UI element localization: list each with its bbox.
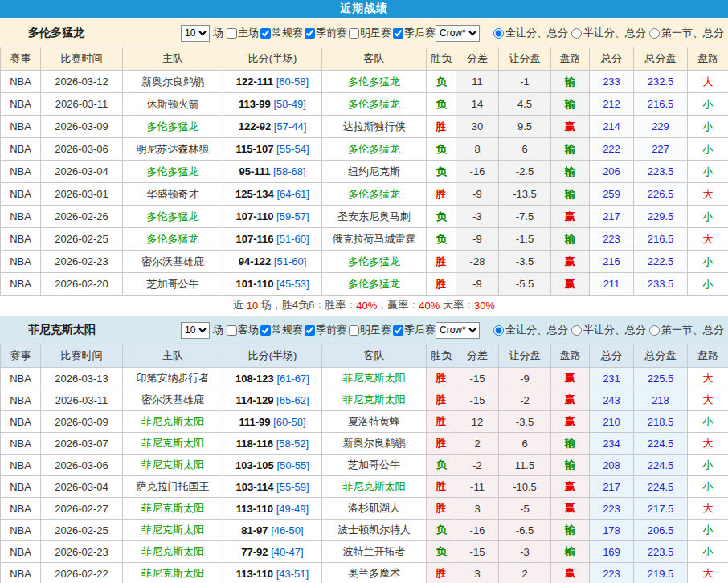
- games-count-select[interactable]: 10: [181, 322, 210, 339]
- checkbox-input[interactable]: [227, 28, 237, 39]
- cell-over-under: 小: [688, 138, 728, 161]
- games-count-select[interactable]: 10: [181, 25, 210, 42]
- filter-checkbox[interactable]: 客场: [225, 323, 259, 337]
- cell-win-lose: 胜: [427, 433, 456, 455]
- filter-checkbox[interactable]: 季前赛: [303, 323, 347, 337]
- cell-score: 95-111 [58-68]: [223, 161, 322, 183]
- cell-league: NBA: [1, 411, 41, 433]
- cell-handicap-line: -13.5: [499, 183, 551, 206]
- cell-win-lose: 负: [427, 520, 456, 541]
- cell-total-line: 219.5: [634, 563, 688, 583]
- filter-checkbox[interactable]: 季前赛: [303, 26, 347, 40]
- filter-checkbox[interactable]: 主场: [225, 26, 259, 40]
- checkbox-input[interactable]: [305, 28, 315, 39]
- radio-input[interactable]: [571, 325, 582, 336]
- radio-label: 全让分、总分: [505, 26, 568, 40]
- stat-mode-radio[interactable]: 半让分、总分: [571, 323, 646, 337]
- score-fulltime: 114-129: [235, 394, 273, 406]
- page-title: 近期战绩: [340, 2, 388, 16]
- column-header: 客队: [322, 47, 427, 71]
- cell-point-diff: -28: [456, 251, 499, 273]
- filter-checkbox[interactable]: 季后赛: [391, 323, 436, 337]
- cell-total-points: 216: [590, 251, 634, 273]
- cell-league: NBA: [1, 541, 41, 563]
- checkbox-input[interactable]: [393, 325, 403, 336]
- filter-checkbox[interactable]: 季后赛: [391, 26, 436, 40]
- score-fulltime: 122-92: [239, 120, 271, 132]
- cell-handicap-line: -9: [499, 368, 551, 389]
- table-row: NBA 2026-02-22 菲尼克斯太阳 113-110 [43-51] 奥兰…: [1, 563, 728, 583]
- cell-handicap-line: 6: [499, 433, 551, 455]
- cell-total-points: 178: [590, 520, 634, 541]
- cell-home-team: 多伦多猛龙: [123, 116, 223, 138]
- cell-win-lose: 负: [427, 228, 456, 251]
- column-header: 分差: [456, 47, 499, 71]
- cell-date: 2026-02-25: [41, 228, 123, 251]
- stat-mode-radio[interactable]: 第一节、总分: [649, 26, 724, 40]
- cell-point-diff: 30: [456, 116, 499, 138]
- radio-label: 半让分、总分: [583, 26, 646, 40]
- cell-handicap-result: 赢: [551, 116, 590, 138]
- filter-checkbox[interactable]: 常规赛: [259, 26, 303, 40]
- cell-win-lose: 胜: [427, 251, 456, 273]
- cell-total-line: 216.5: [634, 228, 688, 251]
- score-halftime: [64-61]: [276, 188, 309, 200]
- checkbox-input[interactable]: [349, 28, 359, 39]
- radio-input[interactable]: [649, 28, 660, 39]
- radio-input[interactable]: [571, 28, 582, 39]
- cell-handicap-line: -3.5: [499, 411, 551, 433]
- radio-input[interactable]: [493, 28, 504, 39]
- filter-checkbox[interactable]: 明星赛: [347, 26, 391, 40]
- filter-checkbox[interactable]: 常规赛: [259, 323, 303, 337]
- cell-over-under: 小: [688, 116, 728, 138]
- stat-mode-radio[interactable]: 全让分、总分: [493, 323, 568, 337]
- cell-home-team: 印第安纳步行者: [123, 368, 223, 389]
- table-header-row: 赛事比赛时间主队比分(半场)客队胜负分差让分盘盘路总分总分盘盘路: [1, 344, 728, 368]
- summary-segment: 近: [233, 298, 247, 312]
- cell-handicap-result: 输: [551, 520, 590, 541]
- cell-date: 2026-03-13: [41, 368, 123, 389]
- stat-mode-radio[interactable]: 第一节、总分: [649, 323, 724, 337]
- cell-handicap-line: 9.5: [499, 116, 551, 138]
- cell-date: 2026-03-11: [41, 389, 123, 411]
- checkbox-input[interactable]: [227, 325, 237, 336]
- summary-segment: ，赢率：: [377, 298, 419, 312]
- score-fulltime: 107-110: [235, 210, 273, 222]
- radio-label: 第一节、总分: [661, 26, 724, 40]
- stat-mode-radio[interactable]: 全让分、总分: [493, 26, 568, 40]
- cell-total-line: 206.5: [634, 520, 688, 541]
- filter-checkbox[interactable]: 明星赛: [347, 323, 391, 337]
- cell-total-line: 218: [634, 389, 688, 411]
- checkbox-input[interactable]: [260, 325, 271, 336]
- opponent-select[interactable]: Crow*: [436, 25, 480, 42]
- column-header: 总分盘: [634, 344, 688, 368]
- cell-score: 125-134 [64-61]: [223, 183, 322, 206]
- column-header: 赛事: [1, 344, 41, 368]
- summary-segment: 10: [247, 300, 258, 312]
- sections-container: 多伦多猛龙 10 场 主场常规赛季前赛明星赛季后赛 Crow* 全让分、总分半让…: [0, 19, 728, 583]
- score-halftime: [61-67]: [276, 373, 309, 385]
- cell-away-team: 多伦多猛龙: [322, 183, 427, 206]
- radio-input[interactable]: [493, 325, 504, 336]
- cell-date: 2026-02-25: [41, 520, 123, 541]
- score-fulltime: 125-134: [235, 188, 274, 200]
- checkbox-input[interactable]: [393, 28, 403, 39]
- cell-win-lose: 负: [427, 455, 456, 476]
- checkbox-input[interactable]: [305, 325, 315, 336]
- stat-mode-radio[interactable]: 半让分、总分: [571, 26, 646, 40]
- cell-over-under: 小: [688, 93, 728, 116]
- checkbox-input[interactable]: [260, 28, 271, 39]
- cell-total-points: 206: [590, 161, 634, 183]
- cell-win-lose: 负: [427, 541, 456, 563]
- checkbox-label: 明星赛: [360, 26, 391, 40]
- radio-input[interactable]: [649, 325, 660, 336]
- cell-home-team: 菲尼克斯太阳: [123, 541, 223, 563]
- team-name: 多伦多猛龙: [0, 26, 181, 40]
- score-halftime: [60-58]: [276, 75, 309, 88]
- cell-total-points: 222: [590, 138, 634, 161]
- cell-point-diff: -16: [456, 161, 499, 183]
- checkbox-input[interactable]: [349, 325, 359, 336]
- score-fulltime: 118-116: [236, 438, 273, 450]
- opponent-select[interactable]: Crow*: [436, 322, 480, 339]
- cell-away-team: 圣安东尼奥马刺: [322, 206, 427, 228]
